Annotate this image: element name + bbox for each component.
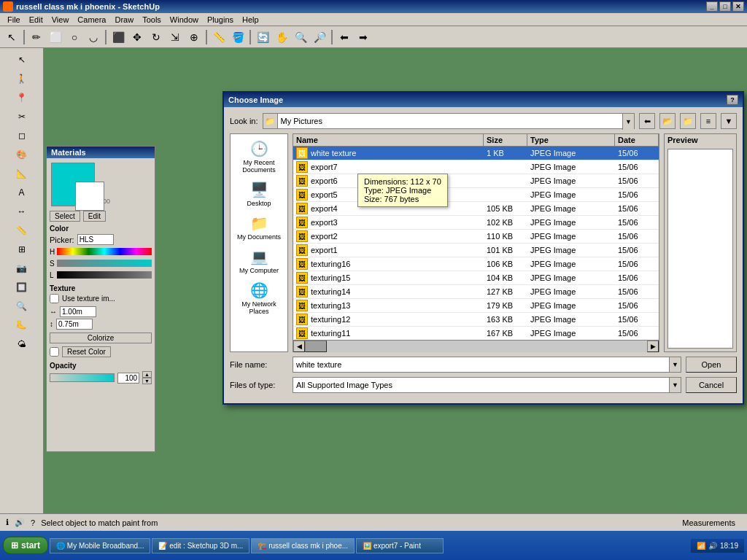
left-dimension[interactable]: ↔ [13,203,31,220]
filetype-dropdown-arrow[interactable]: ▼ [670,377,681,393]
reset-color-button[interactable]: Reset Color [62,346,111,357]
tool-tape[interactable]: 📏 [210,28,228,46]
tool-next-view[interactable]: ➡ [355,28,372,46]
nav-new-folder-button[interactable]: 📁 [680,113,696,129]
menu-edit[interactable]: Edit [25,15,47,25]
table-row[interactable]: 🖼export6JPEG Image15/06 [293,174,659,188]
table-row[interactable]: 🖼export1101 KBJPEG Image15/06 [293,244,659,257]
scroll-track[interactable] [305,341,647,352]
tool-select[interactable]: ↖ [3,28,20,46]
tool-pan[interactable]: ✋ [273,28,290,46]
place-my-computer[interactable]: 💻 My Computer [233,245,285,277]
menu-camera[interactable]: Camera [73,15,110,25]
scroll-left-button[interactable]: ◀ [293,341,305,352]
menu-view[interactable]: View [47,15,74,25]
menu-draw[interactable]: Draw [110,15,138,25]
taskbar-item-broadband[interactable]: 🌐 My Mobile Broadband... [50,538,150,553]
menu-file[interactable]: File [3,15,25,25]
left-zoom[interactable]: 🔍 [13,298,31,315]
tool-move[interactable]: ✥ [128,28,146,46]
left-section[interactable]: ✂ [13,108,31,125]
table-row[interactable]: 🖼export4105 KBJPEG Image15/06 [293,202,659,216]
left-measure[interactable]: 📐 [13,165,31,182]
opacity-slider[interactable] [50,373,115,382]
select-tab-button[interactable]: Select [50,211,80,222]
nav-up-button[interactable]: 📂 [659,113,676,129]
colorize-button[interactable]: Colorize [50,332,152,343]
tool-rotate[interactable]: ↻ [147,28,165,46]
left-walk[interactable]: 🚶 [13,70,31,88]
scroll-right-button[interactable]: ▶ [647,341,659,352]
edit-tab-button[interactable]: Edit [83,211,106,222]
filename-input-display[interactable]: white texture [293,357,670,373]
look-in-combo[interactable]: 📁 My Pictures ▼ [263,113,635,129]
table-row[interactable]: 🖼export5JPEG Image15/06 [293,188,659,202]
nav-back-button[interactable]: ⬅ [639,113,655,129]
maximize-button[interactable]: □ [719,1,731,12]
table-row[interactable]: 🖼texturing14127 KBJPEG Image15/06 [293,285,659,299]
taskbar-item-sketchup[interactable]: 🏗️ russell class mk i phoe... [251,538,355,553]
height-input[interactable] [56,319,93,330]
tool-paint[interactable]: 🪣 [229,28,247,46]
col-size[interactable]: Size [484,134,527,146]
nav-view-dropdown-button[interactable]: ▼ [721,113,737,129]
minimize-button[interactable]: _ [706,1,718,12]
place-recent[interactable]: 🕒 My Recent Documents [233,137,285,176]
taskbar-item-edit[interactable]: 📝 edit : Sketchup 3D m... [152,538,249,553]
table-row[interactable]: 🖼texturing13179 KBJPEG Image15/06 [293,299,659,313]
menu-window[interactable]: Window [166,15,203,25]
tool-follow[interactable]: ⊕ [185,28,203,46]
table-row[interactable]: 🖼export2110 KBJPEG Image15/06 [293,230,659,244]
open-button[interactable]: Open [686,357,737,373]
left-erase[interactable]: ◻ [13,127,31,144]
tool-rect[interactable]: ⬜ [47,28,64,46]
filetype-combo[interactable]: All Supported Image Types ▼ [293,377,681,393]
table-row[interactable]: 🖼export3102 KBJPEG Image15/06 [293,216,659,230]
left-3d-text[interactable]: A [13,184,31,201]
dialog-help-button[interactable]: ? [727,95,738,105]
place-network[interactable]: 🌐 My Network Places [233,279,285,318]
table-row[interactable]: 🖼texturing11167 KBJPEG Image15/06 [293,327,659,340]
menu-tools[interactable]: Tools [138,15,166,25]
l-slider[interactable] [57,271,152,279]
tool-orbit[interactable]: 🔄 [254,28,271,46]
filename-dropdown-arrow[interactable]: ▼ [670,357,681,373]
use-texture-checkbox[interactable] [50,294,59,303]
left-paint[interactable]: 🎨 [13,146,31,163]
close-button[interactable]: ✕ [732,1,744,12]
scroll-thumb[interactable] [305,341,327,352]
left-shadow[interactable]: 🌤 [13,335,31,353]
left-axis[interactable]: ⊞ [13,241,31,258]
opacity-input[interactable] [117,373,139,384]
tool-zoom-ext[interactable]: 🔎 [311,28,328,46]
table-row[interactable]: 🖼export7JPEG Image15/06 [293,160,659,174]
menu-help[interactable]: Help [238,15,263,25]
table-row[interactable]: 🖼white texture1 KBJPEG Image15/06 [293,147,659,160]
tool-zoom[interactable]: 🔍 [292,28,309,46]
tool-pencil[interactable]: ✏ [28,28,45,46]
tool-arc[interactable]: ◡ [85,28,102,46]
look-in-dropdown-arrow[interactable]: ▼ [622,114,634,130]
nav-view-button[interactable]: ≡ [700,113,716,129]
h-slider[interactable] [57,248,152,255]
left-protractor[interactable]: 📏 [13,222,31,239]
width-input[interactable] [60,306,96,317]
left-position[interactable]: 📍 [13,89,31,106]
s-slider[interactable] [57,260,152,267]
picker-input[interactable]: HLS [77,234,114,245]
reset-checkbox[interactable] [50,347,59,357]
tool-scale[interactable]: ⇲ [166,28,184,46]
menu-plugins[interactable]: Plugins [203,15,238,25]
col-type[interactable]: Type [527,134,615,146]
filename-combo[interactable]: white texture ▼ [293,357,681,373]
tool-push[interactable]: ⬛ [109,28,127,46]
left-camera-pos[interactable]: 📷 [13,260,31,277]
place-desktop[interactable]: 🖥️ Desktop [233,178,285,210]
opacity-spinner[interactable]: ▲ ▼ [142,371,152,384]
col-date[interactable]: Date [615,134,659,146]
left-zoom-window[interactable]: 🔲 [13,279,31,296]
cancel-button[interactable]: Cancel [686,377,737,393]
table-row[interactable]: 🖼texturing12163 KBJPEG Image15/06 [293,313,659,327]
left-walk2[interactable]: 🦶 [13,316,31,334]
col-name[interactable]: Name [293,134,484,146]
